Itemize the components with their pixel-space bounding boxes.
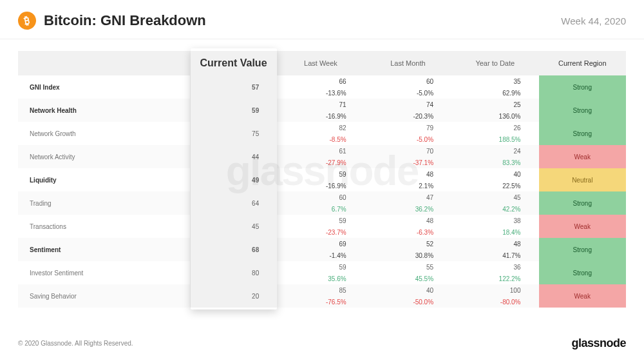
last-week-value: 71 [277,99,364,110]
ytd-value: 35 [451,75,538,87]
last-week-pct: -23.7% [277,226,364,238]
metric-label: Transactions [18,215,190,238]
current-value: 68 [190,238,277,261]
current-value: 80 [190,261,277,284]
metric-label: Network Growth [18,122,190,145]
col-current: Current Value [190,51,277,75]
current-value: 64 [190,191,277,215]
col-region: Current Region [539,51,627,75]
metric-label: GNI Index [18,75,190,99]
last-month-value: 48 [365,168,451,180]
ytd-value: 24 [451,145,538,157]
last-week-value: 59 [277,168,364,180]
region-badge: Weak [539,215,627,238]
metric-label: Investor Sentiment [18,261,190,284]
metric-label: Trading [18,191,190,215]
current-value: 44 [190,145,277,168]
last-month-pct: -6.3% [365,226,451,238]
metric-label: Liquidity [18,168,190,191]
header: ₿ Bitcoin: GNI Breakdown Week 44, 2020 [0,0,644,39]
ytd-pct: -80.0% [451,296,538,308]
table-row: Liquidity 49 59 48 40 Neutral [18,168,626,180]
current-value: 45 [190,215,277,238]
col-label [18,51,190,75]
current-value: 49 [190,168,277,191]
region-badge: Neutral [539,168,627,191]
table-row: Network Health 59 71 74 25 Strong [18,99,626,110]
region-badge: Weak [539,284,627,308]
current-value: 20 [190,284,277,308]
current-value: 59 [190,99,277,122]
last-week-value: 61 [277,145,364,157]
ytd-value: 25 [451,99,538,110]
title-wrap: ₿ Bitcoin: GNI Breakdown [18,12,206,30]
metric-label: Network Health [18,99,190,122]
region-badge: Strong [539,261,627,284]
last-month-value: 55 [365,261,451,273]
period-label: Week 44, 2020 [561,15,626,26]
ytd-pct: 41.7% [451,250,538,261]
last-week-pct: -27.9% [277,157,364,168]
col-last-month: Last Month [365,51,451,75]
ytd-pct: 18.4% [451,226,538,238]
current-value: 57 [190,75,277,99]
last-month-pct: -5.0% [365,133,451,145]
table-row: Saving Behavior 20 85 40 100 Weak [18,284,626,296]
region-badge: Strong [539,99,627,122]
last-month-value: 60 [365,75,451,87]
last-month-value: 47 [365,191,451,203]
bitcoin-icon: ₿ [16,10,37,31]
last-week-value: 59 [277,215,364,226]
last-month-value: 70 [365,145,451,157]
region-badge: Strong [539,75,627,99]
table-row: Sentiment 68 69 52 48 Strong [18,238,626,250]
ytd-pct: 83.3% [451,157,538,168]
ytd-pct: 42.2% [451,203,538,215]
region-badge: Weak [539,145,627,168]
region-badge: Strong [539,122,627,145]
table-wrap: Current Value Last Week Last Month Year … [0,39,644,308]
current-value: 75 [190,122,277,145]
last-week-pct: -8.5% [277,133,364,145]
last-week-value: 85 [277,284,364,296]
last-week-value: 69 [277,238,364,250]
metric-label: Sentiment [18,238,190,261]
ytd-pct: 122.2% [451,273,538,284]
last-week-pct: 6.7% [277,203,364,215]
ytd-pct: 22.5% [451,180,538,191]
page-title: Bitcoin: GNI Breakdown [44,12,206,29]
ytd-value: 40 [451,168,538,180]
last-month-pct: 2.1% [365,180,451,191]
table-header-row: Current Value Last Week Last Month Year … [18,51,626,75]
last-week-pct: -1.4% [277,250,364,261]
ytd-pct: 136.0% [451,110,538,122]
ytd-value: 38 [451,215,538,226]
last-week-value: 66 [277,75,364,87]
last-week-value: 60 [277,191,364,203]
table-row: Investor Sentiment 80 59 55 36 Strong [18,261,626,273]
last-month-pct: 36.2% [365,203,451,215]
ytd-value: 45 [451,191,538,203]
brand-logo: glassnode [571,337,626,350]
last-week-pct: -16.9% [277,110,364,122]
last-month-value: 52 [365,238,451,250]
ytd-value: 26 [451,122,538,133]
last-month-value: 48 [365,215,451,226]
last-month-pct: 45.5% [365,273,451,284]
ytd-pct: 62.9% [451,87,538,99]
last-week-pct: -76.5% [277,296,364,308]
region-badge: Strong [539,191,627,215]
last-month-pct: -37.1% [365,157,451,168]
table-row: Trading 64 60 47 45 Strong [18,191,626,203]
table-row: Network Activity 44 61 70 24 Weak [18,145,626,157]
copyright: © 2020 Glassnode. All Rights Reserved. [18,340,133,347]
ytd-value: 48 [451,238,538,250]
ytd-value: 36 [451,261,538,273]
last-month-value: 79 [365,122,451,133]
gni-table: Current Value Last Week Last Month Year … [18,51,626,308]
last-month-value: 40 [365,284,451,296]
col-last-week: Last Week [277,51,364,75]
last-week-pct: 35.6% [277,273,364,284]
table-row: Network Growth 75 82 79 26 Strong [18,122,626,133]
col-ytd: Year to Date [451,51,538,75]
